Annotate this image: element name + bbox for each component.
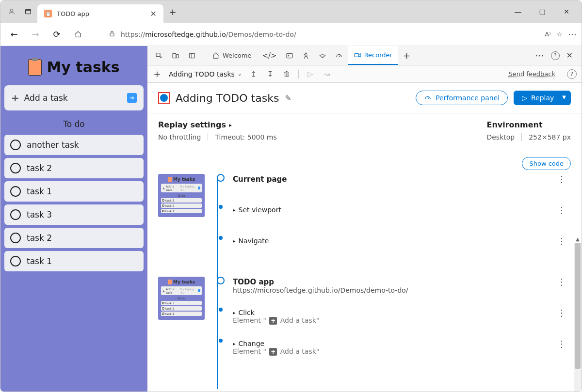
- environment-label: Environment: [486, 120, 571, 129]
- maximize-button[interactable]: ▢: [531, 4, 553, 19]
- replay-menu-button[interactable]: ▼: [557, 91, 571, 105]
- export-icon[interactable]: ↥: [249, 70, 259, 78]
- step-menu-icon[interactable]: ⋮: [552, 174, 571, 184]
- toolbar-help-icon[interactable]: ?: [567, 69, 577, 79]
- network-icon[interactable]: [315, 46, 330, 65]
- performance-icon[interactable]: [331, 46, 347, 65]
- read-aloud-icon[interactable]: A⁾: [545, 31, 550, 38]
- task-item[interactable]: task 3: [4, 204, 144, 225]
- step-icon[interactable]: ↝: [322, 70, 332, 78]
- send-feedback-link[interactable]: Send feedback: [508, 70, 555, 78]
- step-menu-icon[interactable]: ⋮: [552, 308, 571, 318]
- scrollbar[interactable]: ▲: [574, 243, 582, 392]
- step-action[interactable]: ▸Set viewport: [233, 206, 552, 214]
- close-window-button[interactable]: ✕: [555, 4, 578, 19]
- performance-panel-button[interactable]: Performance panel: [416, 91, 508, 105]
- tab-close-icon[interactable]: ✕: [150, 9, 157, 18]
- throttling-value: No throttling: [158, 133, 201, 141]
- todo-heading: My tasks: [4, 50, 144, 80]
- settings-row: Replay settings ▸ No throttling Timeout:…: [147, 113, 582, 150]
- dock-icon[interactable]: [184, 46, 200, 65]
- step-menu-icon[interactable]: ⋮: [552, 277, 571, 287]
- step-menu-icon[interactable]: ⋮: [552, 205, 571, 215]
- tab-title: TODO app: [57, 10, 89, 17]
- task-item[interactable]: another task: [4, 135, 144, 155]
- devtools-tabs: Welcome </> Recorder + ⋯ ? ✕: [147, 46, 582, 65]
- svg-rect-5: [173, 53, 176, 58]
- tab-welcome[interactable]: Welcome: [206, 46, 257, 65]
- task-section-label: To do: [4, 115, 144, 130]
- task-radio[interactable]: [10, 186, 21, 197]
- show-code-button[interactable]: Show code: [522, 157, 571, 170]
- task-item[interactable]: task 2: [4, 158, 144, 178]
- step-thumbnail: My tasks +Add a task Try typing 'Bu To d…: [158, 174, 205, 217]
- profile-icon[interactable]: [4, 4, 19, 19]
- svg-rect-3: [110, 33, 114, 36]
- favorite-icon[interactable]: ☆: [556, 31, 562, 38]
- record-indicator[interactable]: [158, 92, 170, 104]
- forward-button: →: [27, 26, 44, 43]
- task-item[interactable]: task 1: [4, 181, 144, 202]
- task-list: another task task 2 task 1 task 3 task 2…: [4, 135, 144, 271]
- more-tools-icon[interactable]: ⋯: [535, 50, 544, 61]
- task-radio[interactable]: [10, 256, 21, 267]
- play-icon[interactable]: ▷: [306, 70, 315, 78]
- new-tab-button[interactable]: +: [165, 4, 180, 19]
- step-element: Element " + Add a task": [233, 316, 552, 325]
- svg-rect-9: [287, 53, 292, 58]
- window-controls: ― ▢ ✕: [507, 4, 578, 19]
- submit-task-icon[interactable]: ➔: [127, 93, 137, 103]
- svg-rect-4: [156, 53, 160, 56]
- step-menu-icon[interactable]: ⋮: [552, 236, 571, 246]
- devtools-panel: Welcome </> Recorder + ⋯ ? ✕ + Adding TO…: [147, 46, 582, 392]
- env-size: 252×587 px: [529, 133, 571, 141]
- scroll-up-icon[interactable]: ▲: [574, 235, 582, 243]
- device-icon[interactable]: [168, 46, 183, 65]
- step-thumbnail: My tasks +Add a task Try typing 'Bu To d…: [158, 277, 205, 320]
- task-item[interactable]: task 2: [4, 228, 144, 248]
- add-task-placeholder: Add a task: [24, 93, 68, 103]
- back-button[interactable]: ←: [5, 26, 23, 43]
- address-bar[interactable]: https://microsoftedge.github.io/Demos/de…: [104, 30, 541, 39]
- scroll-thumb[interactable]: [575, 243, 581, 369]
- help-icon[interactable]: ?: [551, 51, 560, 60]
- play-icon: ▷: [522, 94, 527, 102]
- tab-recorder[interactable]: Recorder: [348, 46, 398, 65]
- task-radio[interactable]: [10, 233, 21, 243]
- replay-settings-toggle[interactable]: Replay settings ▸: [158, 120, 277, 129]
- home-button[interactable]: [69, 26, 87, 43]
- add-tab-button[interactable]: +: [399, 46, 414, 65]
- replay-button[interactable]: ▷ Replay: [514, 91, 562, 105]
- recorder-toolbar: + Adding TODO tasks ⌄ ↥ ↧ 🗑 ▷ ↝ Send fee…: [147, 65, 582, 83]
- elements-icon[interactable]: </>: [258, 46, 280, 65]
- tab-favicon: 📋: [44, 10, 52, 17]
- refresh-button[interactable]: ⟳: [48, 26, 65, 43]
- inspect-icon[interactable]: [151, 46, 167, 65]
- close-devtools-icon[interactable]: ✕: [566, 51, 573, 60]
- console-icon[interactable]: [282, 46, 297, 65]
- step-action[interactable]: ▸Change: [233, 340, 552, 347]
- timeout-value: Timeout: 5000 ms: [215, 133, 276, 141]
- import-icon[interactable]: ↧: [265, 70, 275, 78]
- address-bar-row: ← → ⟳ https://microsoftedge.github.io/De…: [0, 23, 582, 46]
- tab-manager-icon[interactable]: [21, 4, 35, 19]
- step-menu-icon[interactable]: ⋮: [552, 339, 571, 349]
- minimize-button[interactable]: ―: [507, 4, 529, 19]
- step-action[interactable]: ▸Click: [233, 309, 552, 316]
- new-recording-button[interactable]: +: [152, 69, 162, 79]
- step-url: https://microsoftedge.github.io/Demos/de…: [233, 286, 552, 294]
- delete-icon[interactable]: 🗑: [282, 70, 291, 78]
- step-action[interactable]: ▸Navigate: [233, 237, 552, 245]
- step-title: TODO app: [233, 278, 552, 286]
- add-task-input[interactable]: + Add a task ➔: [4, 85, 144, 110]
- task-item[interactable]: task 1: [4, 251, 144, 271]
- browser-tab[interactable]: 📋 TODO app ✕: [37, 4, 163, 23]
- sources-icon[interactable]: [298, 46, 314, 65]
- more-icon[interactable]: ⋯: [568, 29, 577, 39]
- task-radio[interactable]: [10, 163, 21, 173]
- task-radio[interactable]: [10, 140, 21, 150]
- plus-icon: +: [11, 92, 19, 104]
- recording-select[interactable]: Adding TODO tasks ⌄: [169, 70, 242, 78]
- task-radio[interactable]: [10, 209, 21, 220]
- edit-title-icon[interactable]: ✎: [285, 94, 291, 103]
